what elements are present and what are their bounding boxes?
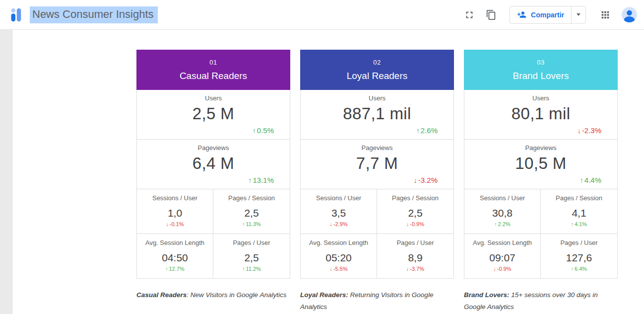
pages-per-user-cell[interactable]: Pages / User 127,6 ↑6.4% [541, 234, 617, 279]
trend-arrow-icon: ↑ [416, 127, 420, 135]
segment-number: 01 [209, 59, 217, 66]
metric-label: Sessions / User [137, 194, 213, 202]
segment-card-casual-readers: 01 Casual Readers Users 2,5 M ↑0.5% Page… [136, 50, 290, 279]
segment-name: Loyal Readers [347, 71, 408, 81]
share-label: Compartir [531, 11, 564, 19]
segment-footnote: Brand Lovers: 15+ sessions over 30 days … [464, 289, 615, 313]
report-title[interactable]: News Consumer Insights [30, 6, 158, 23]
segment-number: 03 [537, 59, 544, 66]
metric-value: 127,6 [541, 252, 617, 264]
metric-label: Sessions / User [301, 194, 377, 202]
metric-grid: Sessions / User 30,8 ↑2.2% Pages / Sessi… [464, 189, 617, 279]
sessions-per-user-cell[interactable]: Sessions / User 3,5 ↓-2.9% [301, 189, 377, 234]
metric-value: 2,5 M [137, 104, 290, 123]
delta-badge: ↑11.3% [213, 221, 290, 227]
pages-per-user-cell[interactable]: Pages / User 2,5 ↑11.2% [213, 234, 290, 279]
metric-label: Users [301, 90, 453, 102]
pageviews-scorecard[interactable]: Pageviews 10,5 M ↑4.4% [464, 140, 617, 189]
metric-label: Pages / User [213, 239, 290, 246]
data-studio-logo-icon[interactable] [7, 6, 24, 23]
avg-session-length-cell[interactable]: Avg. Session Length 04:50 ↑12.7% [137, 234, 213, 279]
metric-value: 3,5 [301, 207, 377, 219]
sessions-per-user-cell[interactable]: Sessions / User 30,8 ↑2.2% [464, 189, 541, 234]
metric-label: Avg. Session Length [137, 239, 213, 246]
share-dropdown-button[interactable] [572, 6, 585, 23]
delta-badge: ↓-0.9% [464, 266, 540, 272]
metric-label: Pages / Session [213, 194, 290, 202]
metric-label: Pageviews [137, 140, 290, 152]
delta-badge: ↑4.1% [541, 221, 617, 227]
segment-header[interactable]: 01 Casual Readers [136, 50, 290, 90]
delta-badge: ↓-2.9% [301, 221, 377, 227]
metric-label: Avg. Session Length [301, 239, 377, 246]
pages-per-session-cell[interactable]: Pages / Session 2,5 ↓-0.9% [377, 189, 453, 234]
metric-label: Pages / Session [377, 194, 453, 202]
trend-arrow-icon: ↑ [242, 266, 245, 272]
delta-badge: ↓-5.5% [301, 266, 377, 272]
segment-scorecards: Users 887,1 mil ↑2.6% Pageviews 7,7 M ↓-… [300, 90, 454, 279]
metric-value: 887,1 mil [301, 104, 453, 123]
pages-per-user-cell[interactable]: Pages / User 8,9 ↓-3.7% [377, 234, 453, 279]
pages-per-session-cell[interactable]: Pages / Session 4,1 ↑4.1% [541, 189, 617, 234]
metric-value: 1,0 [137, 207, 213, 219]
user-avatar[interactable] [622, 7, 637, 22]
pageviews-scorecard[interactable]: Pageviews 7,7 M ↓-3.2% [301, 140, 453, 189]
metric-label: Avg. Session Length [464, 239, 540, 246]
top-bar: News Consumer Insights Compartir [0, 0, 644, 30]
pages-per-session-cell[interactable]: Pages / Session 2,5 ↑11.3% [213, 189, 290, 234]
delta-badge: ↓-0.1% [137, 221, 213, 227]
apps-grid-icon [600, 9, 611, 20]
footnote-text: : New Visitors in Google Analytics [187, 291, 286, 299]
users-scorecard[interactable]: Users 2,5 M ↑0.5% [137, 90, 290, 140]
segment-header[interactable]: 03 Brand Lovers [464, 50, 618, 90]
metric-grid: Sessions / User 1,0 ↓-0.1% Pages / Sessi… [137, 189, 290, 279]
canvas-gutter [0, 30, 12, 314]
sessions-per-user-cell[interactable]: Sessions / User 1,0 ↓-0.1% [137, 189, 213, 234]
users-scorecard[interactable]: Users 80,1 mil ↓-2.3% [464, 90, 617, 140]
metric-value: 2,5 [213, 252, 290, 264]
metric-value: 4,1 [541, 207, 617, 219]
trend-arrow-icon: ↑ [494, 222, 497, 227]
metric-value: 8,9 [377, 252, 453, 264]
metric-label: Users [137, 90, 290, 102]
trend-arrow-icon: ↓ [578, 127, 581, 135]
share-button[interactable]: Compartir [510, 6, 572, 23]
delta-badge: ↑0.5% [253, 126, 274, 135]
delta-badge: ↑2.6% [416, 126, 438, 135]
footnote-label: Brand Lovers: [464, 291, 510, 299]
pageviews-scorecard[interactable]: Pageviews 6,4 M ↑13.1% [137, 140, 290, 189]
segment-card-brand-lovers: 03 Brand Lovers Users 80,1 mil ↓-2.3% Pa… [464, 50, 618, 279]
copy-pages-button[interactable] [482, 5, 501, 24]
avg-session-length-cell[interactable]: Avg. Session Length 05:20 ↓-5.5% [301, 234, 377, 279]
segment-header[interactable]: 02 Loyal Readers [300, 50, 454, 90]
metric-value: 09:07 [464, 252, 540, 264]
footnote-label: Loyal Readers: [300, 291, 348, 299]
top-bar-actions: Compartir [460, 5, 637, 24]
metric-value: 2,5 [377, 207, 453, 219]
delta-badge: ↓-2.3% [578, 126, 601, 135]
segment-name: Casual Readers [180, 71, 247, 81]
caret-down-icon [577, 13, 580, 16]
trend-arrow-icon: ↑ [248, 176, 252, 184]
metric-value: 2,5 [213, 207, 290, 219]
metric-label: Pages / User [377, 239, 453, 246]
delta-badge: ↑6.4% [541, 266, 617, 272]
users-scorecard[interactable]: Users 887,1 mil ↑2.6% [301, 90, 453, 140]
fullscreen-button[interactable] [460, 5, 479, 24]
segment-name: Brand Lovers [513, 71, 569, 81]
segment-scorecards: Users 80,1 mil ↓-2.3% Pageviews 10,5 M ↑… [464, 90, 618, 279]
footnote-label: Casual Readers [136, 291, 187, 299]
person-add-icon [517, 10, 526, 19]
metric-value: 6,4 M [137, 154, 290, 173]
segment-number: 02 [373, 59, 381, 66]
metric-value: 80,1 mil [464, 104, 617, 123]
avg-session-length-cell[interactable]: Avg. Session Length 09:07 ↓-0.9% [464, 234, 541, 279]
trend-arrow-icon: ↑ [253, 127, 256, 135]
segment-footnote: Casual Readers: New Visitors in Google A… [136, 289, 288, 301]
apps-grid-button[interactable] [596, 5, 615, 24]
metric-value: 05:20 [301, 252, 377, 264]
trend-arrow-icon: ↓ [406, 266, 409, 272]
metric-label: Sessions / User [464, 194, 540, 202]
delta-badge: ↑13.1% [248, 176, 274, 184]
delta-badge: ↑2.2% [464, 221, 540, 227]
